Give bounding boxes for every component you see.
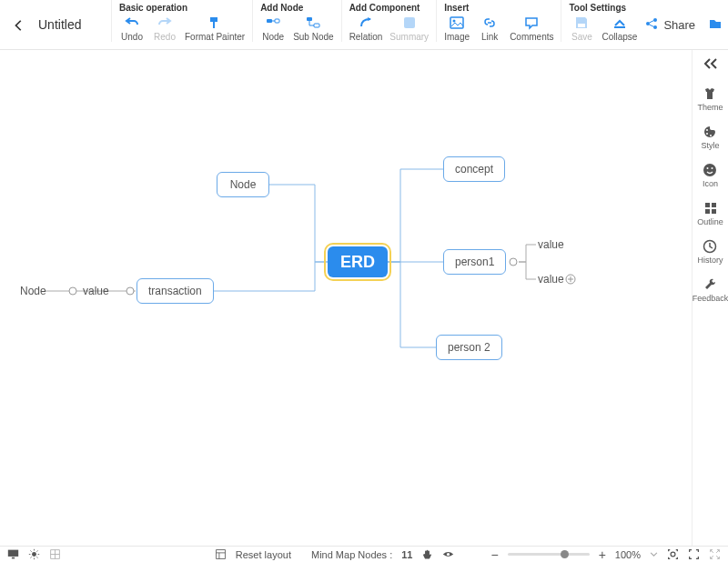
svg-line-44 xyxy=(36,550,37,551)
save-button[interactable]: Save xyxy=(569,15,594,42)
node-button[interactable]: Node xyxy=(260,15,286,42)
grid-icon[interactable] xyxy=(49,548,61,560)
value1-label[interactable]: value xyxy=(538,238,564,251)
zoom-slider[interactable] xyxy=(508,553,590,556)
chevron-down-icon[interactable] xyxy=(650,548,658,560)
chevrons-left-icon xyxy=(703,57,719,70)
svg-rect-0 xyxy=(210,17,217,22)
collapse-button[interactable]: Collapse xyxy=(602,15,637,42)
palette-icon xyxy=(703,125,717,139)
side-outline[interactable]: Outline xyxy=(697,201,723,226)
zoom-in-button[interactable]: + xyxy=(599,547,606,562)
share-button[interactable]: Share xyxy=(644,16,695,34)
undo-button[interactable]: Undo xyxy=(119,15,145,42)
outline-icon xyxy=(703,201,718,216)
nodes-label: Mind Map Nodes : xyxy=(311,549,392,560)
side-feedback[interactable]: Feedback xyxy=(693,277,728,303)
svg-rect-26 xyxy=(712,209,716,214)
side-theme[interactable]: Theme xyxy=(697,86,723,112)
export-button[interactable]: Export xyxy=(708,16,728,34)
svg-point-17 xyxy=(706,129,708,131)
svg-point-14 xyxy=(653,25,657,29)
nodes-count: 11 xyxy=(401,549,412,560)
left-value-label[interactable]: value xyxy=(83,285,109,297)
format-painter-icon xyxy=(207,15,222,30)
relation-button[interactable]: Relation xyxy=(349,15,383,42)
side-style[interactable]: Style xyxy=(701,125,719,150)
svg-point-13 xyxy=(653,18,657,22)
image-button[interactable]: Image xyxy=(444,15,470,42)
fit-icon[interactable] xyxy=(667,548,679,560)
side-history[interactable]: History xyxy=(697,239,723,265)
svg-rect-5 xyxy=(307,17,312,21)
svg-point-29 xyxy=(126,287,134,295)
svg-rect-34 xyxy=(8,550,18,557)
svg-point-21 xyxy=(707,167,709,169)
zoom-thumb[interactable] xyxy=(561,550,569,558)
group-add-component: Add Component Relation Summary xyxy=(341,0,437,42)
image-icon xyxy=(450,15,464,30)
back-button[interactable] xyxy=(0,0,38,50)
panel-collapse-button[interactable] xyxy=(703,57,719,74)
side-icon[interactable]: Icon xyxy=(703,163,718,188)
node-box[interactable]: Node xyxy=(217,172,269,197)
svg-point-18 xyxy=(706,133,708,135)
svg-point-9 xyxy=(453,20,456,23)
canvas[interactable]: ERD Node transaction concept person1 per… xyxy=(0,50,692,546)
svg-line-42 xyxy=(36,557,37,557)
svg-rect-23 xyxy=(705,203,710,207)
expand-icon[interactable] xyxy=(709,548,721,560)
svg-rect-24 xyxy=(712,203,716,207)
svg-rect-8 xyxy=(450,17,463,28)
svg-point-20 xyxy=(703,164,716,176)
right-actions: Share Export xyxy=(644,0,728,50)
svg-point-28 xyxy=(510,258,517,266)
summary-icon xyxy=(402,15,417,30)
transaction-node[interactable]: transaction xyxy=(136,278,214,304)
format-painter-button[interactable]: Format Painter xyxy=(185,15,245,42)
sub-node-button[interactable]: Sub Node xyxy=(293,15,333,42)
left-node-label[interactable]: Node xyxy=(20,285,46,297)
group-insert: Insert Image Link Comments xyxy=(436,0,561,42)
svg-point-49 xyxy=(671,552,675,557)
svg-point-19 xyxy=(710,135,712,136)
svg-rect-3 xyxy=(275,19,279,23)
summary-button[interactable]: Summary xyxy=(389,15,429,42)
svg-rect-2 xyxy=(267,19,272,23)
monitor-icon[interactable] xyxy=(7,548,19,560)
svg-rect-25 xyxy=(705,209,710,214)
group-basic: Basic operation Undo Redo Format Painter xyxy=(111,0,252,42)
zoom-out-button[interactable]: − xyxy=(490,547,498,562)
hand-icon[interactable] xyxy=(421,548,433,560)
group-tool-settings: Tool Settings Save Collapse xyxy=(561,0,644,42)
svg-line-43 xyxy=(30,557,31,557)
brightness-icon[interactable] xyxy=(28,548,40,560)
bottom-bar: Reset layout Mind Map Nodes : 11 − + 100… xyxy=(0,546,728,562)
reset-layout-button[interactable]: Reset layout xyxy=(236,549,291,560)
svg-rect-35 xyxy=(12,557,15,559)
zoom-percent: 100% xyxy=(615,549,641,560)
link-button[interactable]: Link xyxy=(477,15,502,42)
fullscreen-icon[interactable] xyxy=(688,548,700,560)
person1-node[interactable]: person1 xyxy=(443,249,506,275)
eye-icon[interactable] xyxy=(442,548,454,560)
reset-layout-icon[interactable] xyxy=(215,548,227,560)
group-tool-settings-title: Tool Settings xyxy=(569,3,637,13)
document-title[interactable]: Untitled xyxy=(38,0,111,50)
node-icon xyxy=(266,15,280,30)
comments-button[interactable]: Comments xyxy=(510,15,553,42)
svg-point-22 xyxy=(712,167,713,169)
concept-node[interactable]: concept xyxy=(443,156,505,182)
share-icon xyxy=(644,16,659,34)
person2-node[interactable]: person 2 xyxy=(436,335,502,360)
shirt-icon xyxy=(703,86,717,101)
undo-icon xyxy=(125,15,139,30)
svg-line-41 xyxy=(30,550,31,551)
value2-label[interactable]: value xyxy=(538,273,564,286)
svg-line-15 xyxy=(650,21,654,24)
group-add-component-title: Add Component xyxy=(349,3,430,13)
redo-button[interactable]: Redo xyxy=(152,15,177,42)
root-node[interactable]: ERD xyxy=(328,246,388,277)
export-icon xyxy=(708,16,723,34)
smile-icon xyxy=(703,163,717,177)
